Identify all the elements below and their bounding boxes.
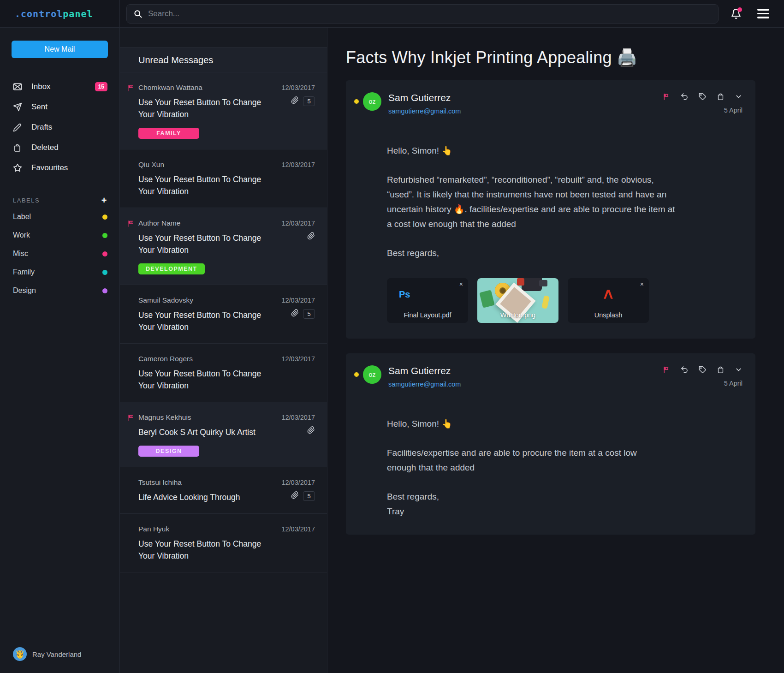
sender: Pan Hyuk: [138, 525, 169, 533]
message-paragraph: Hello, Simon! 👆: [387, 417, 677, 431]
message-paragraph: Hello, Simon! 👆: [387, 143, 677, 158]
message-signature: Tray: [387, 504, 737, 519]
attachment-image[interactable]: WuHoo.png: [477, 278, 558, 323]
message-paragraph: Facilities/expertise and are able to pro…: [387, 446, 654, 475]
paperclip-icon: [291, 309, 299, 319]
close-icon[interactable]: ×: [459, 280, 463, 288]
trash-icon[interactable]: [716, 365, 725, 374]
subject: Life Advice Looking Through: [138, 491, 268, 503]
sidebar-nav: Inbox 15 Sent Drafts Deleted Favou: [0, 77, 119, 178]
attachment-name: Final Layout.pdf: [387, 311, 468, 319]
sidebar-item-favourites[interactable]: Favourites: [0, 158, 119, 178]
attachment-count: 5: [303, 96, 315, 106]
date: 12/03/2017: [281, 525, 315, 533]
photoshop-icon: Ps: [399, 289, 410, 300]
message-signoff: Best regards,: [387, 489, 737, 504]
label-chip[interactable]: DESIGN: [138, 446, 199, 457]
current-user[interactable]: 🤴 Ray Vanderland: [13, 647, 81, 661]
sidebar-item-label: Deleted: [31, 143, 59, 152]
sender: Author Name: [138, 219, 180, 227]
sidebar-item-deleted[interactable]: Deleted: [0, 137, 119, 158]
flag-icon[interactable]: [127, 220, 135, 229]
thread-title: Facts Why Inkjet Printing Appealing 🖨️: [346, 48, 784, 67]
sender-avatar: oz: [363, 92, 381, 111]
list-item[interactable]: Cameron Rogers12/03/2017 Use Your Reset …: [120, 344, 327, 402]
date: 12/03/2017: [281, 161, 315, 168]
notifications-bell-icon[interactable]: [731, 8, 742, 19]
sidebar-item-label: Favourites: [31, 163, 68, 173]
sidebar-label-label[interactable]: Label: [0, 208, 119, 226]
flag-icon[interactable]: [127, 414, 135, 423]
sidebar-item-drafts[interactable]: Drafts: [0, 117, 119, 137]
sender: Magnus Kekhuis: [138, 413, 191, 422]
sidebar-label-work[interactable]: Work: [0, 226, 119, 244]
trash-icon: [13, 143, 22, 152]
list-item[interactable]: Chomkwan Wattana12/03/2017 Use Your Rese…: [120, 72, 327, 149]
subject: Use Your Reset Button To Change Your Vib…: [138, 96, 268, 120]
date: 12/03/2017: [281, 220, 315, 227]
message-paragraph: Refurbished “remarketed”, “reconditioned…: [387, 173, 677, 232]
message-list: Unread Messages Chomkwan Wattana12/03/20…: [120, 28, 327, 673]
app-root: .controlpanel New Mail Inbox 15: [0, 0, 784, 673]
sidebar-label-design[interactable]: Design: [0, 281, 119, 300]
attachment-photoshop-file[interactable]: Ps × Final Layout.pdf: [387, 278, 468, 323]
list-header: Unread Messages: [120, 48, 327, 72]
sender: Tsutsui Ichiha: [138, 478, 182, 487]
tag-icon[interactable]: [698, 92, 707, 101]
attachment-pdf-file[interactable]: × Unsplash: [568, 278, 649, 323]
sidebar-item-label: Inbox: [31, 82, 51, 91]
sender-email[interactable]: samgutierre@gmail.com: [388, 381, 461, 388]
list-item[interactable]: Pan Hyuk12/03/2017 Use Your Reset Button…: [120, 514, 327, 572]
paperclip-icon: [307, 426, 315, 436]
thread-message: oz Sam Gutierrez samgutierre@gmail.com: [346, 353, 755, 535]
add-label-button[interactable]: +: [101, 196, 107, 205]
date: 12/03/2017: [281, 414, 315, 421]
sidebar-label-misc[interactable]: Misc: [0, 244, 119, 263]
sidebar-label-family[interactable]: Family: [0, 263, 119, 281]
new-mail-button[interactable]: New Mail: [12, 41, 108, 58]
reply-icon[interactable]: [680, 92, 689, 101]
attachments: Ps × Final Layout.pdf WuHoo.png: [387, 278, 737, 323]
label-chip[interactable]: FAMILY: [138, 128, 199, 139]
reply-icon[interactable]: [680, 365, 689, 374]
menu-icon[interactable]: [757, 9, 769, 18]
chevron-down-icon[interactable]: [734, 365, 742, 374]
list-item[interactable]: Magnus Kekhuis12/03/2017 Beryl Cook S Ar…: [120, 402, 327, 467]
list-item[interactable]: Tsutsui Ichiha12/03/2017 Life Advice Loo…: [120, 467, 327, 514]
top-bar: .controlpanel: [0, 0, 784, 28]
list-item[interactable]: Author Name12/03/2017 Use Your Reset But…: [120, 208, 327, 285]
date: 12/03/2017: [281, 355, 315, 363]
chevron-down-icon[interactable]: [734, 92, 742, 101]
user-avatar: 🤴: [13, 647, 27, 661]
date: 12/03/2017: [281, 84, 315, 91]
label-dot: [354, 99, 359, 104]
flag-icon[interactable]: [662, 92, 671, 101]
trash-icon[interactable]: [716, 92, 725, 101]
label-dot: [354, 372, 359, 377]
label-chip[interactable]: DEVELOPMENT: [138, 263, 205, 274]
search-bar[interactable]: [126, 4, 719, 24]
label-name: Work: [13, 231, 30, 239]
sidebar-item-sent[interactable]: Sent: [0, 97, 119, 117]
attachment-name: Unsplash: [568, 311, 649, 319]
tag-icon[interactable]: [698, 365, 707, 374]
close-icon[interactable]: ×: [640, 280, 644, 288]
search-input[interactable]: [148, 9, 712, 18]
label-color-dot: [102, 251, 107, 256]
inbox-unread-badge: 15: [95, 82, 107, 91]
sender: Chomkwan Wattana: [138, 83, 202, 92]
label-color-dot: [102, 288, 107, 293]
sidebar-item-label: Sent: [31, 102, 48, 112]
thread-message: oz Sam Gutierrez samgutierre@gmail.com: [346, 80, 755, 339]
logo-suffix: panel: [63, 8, 93, 19]
flag-icon[interactable]: [127, 84, 135, 94]
subject: Use Your Reset Button To Change Your Vib…: [138, 538, 268, 562]
sender-email[interactable]: samgutierre@gmail.com: [388, 107, 461, 115]
thread-pane: Facts Why Inkjet Printing Appealing 🖨️ o…: [327, 28, 784, 673]
date: 12/03/2017: [281, 297, 315, 304]
list-item[interactable]: Samuil Sadovsky12/03/2017 Use Your Reset…: [120, 285, 327, 344]
list-item[interactable]: Qiu Xun12/03/2017 Use Your Reset Button …: [120, 149, 327, 208]
sidebar-item-inbox[interactable]: Inbox 15: [0, 77, 119, 97]
flag-icon[interactable]: [662, 365, 671, 374]
sidebar-labels: Label Work Misc Family Design: [0, 208, 119, 300]
